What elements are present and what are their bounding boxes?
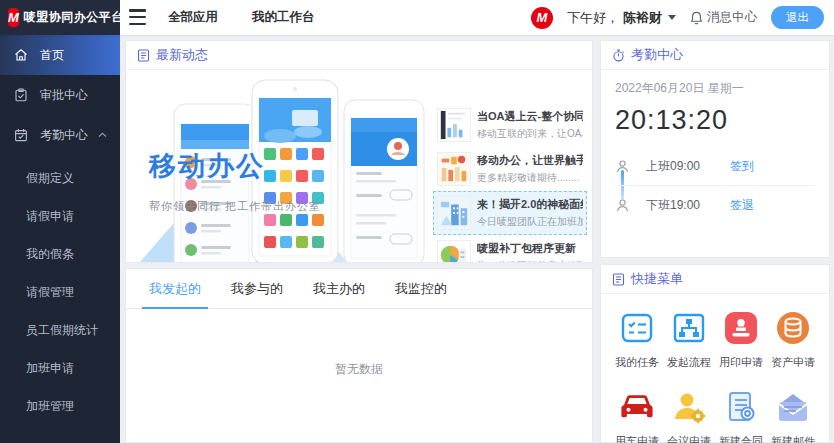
sidebar: 首页 审批中心 考勤中心 假期定义 请假申请 我的假条 请假管理 员工假期统计 …	[0, 35, 120, 443]
meeting-icon	[671, 389, 707, 425]
contract-icon	[723, 389, 759, 425]
message-center-label: 消息中心	[707, 9, 757, 26]
document-icon	[137, 49, 150, 62]
check-in-row: 上班09:00 签到	[615, 148, 815, 186]
news-item[interactable]: 移动办公，让世界触手可 更多精彩敬请期待........	[433, 147, 587, 191]
top-nav: 全部应用 我的工作台	[168, 0, 315, 35]
tab-hosted-by-me[interactable]: 我主办的	[298, 269, 380, 308]
attendance-date: 2022年06月20日 星期一	[615, 80, 815, 97]
app-logo-icon: M	[8, 8, 19, 27]
news-item[interactable]: 当OA遇上云-整个协同OA 移动互联的到来，让OA与云	[433, 103, 587, 147]
news-title: 来！揭开2.0的神秘面纱-	[477, 197, 583, 212]
sidebar-subitem-leave-request[interactable]: 请假申请	[0, 197, 120, 235]
news-desc: 移动互联的到来，让OA与云	[477, 127, 583, 141]
sidebar-item-label: 考勤中心	[40, 127, 88, 144]
calendar-icon	[14, 128, 28, 142]
sidebar-submenu: 假期定义 请假申请 我的假条 请假管理 员工假期统计 加班申请 加班管理	[0, 159, 120, 425]
quick-item-label: 会议申请	[667, 434, 711, 443]
news-list: 当OA遇上云-整个协同OA 移动互联的到来，让OA与云 移动办公，让世界触手可 …	[433, 103, 587, 262]
empty-state-text: 暂无数据	[126, 361, 592, 378]
sidebar-subitem-holiday-definition[interactable]: 假期定义	[0, 159, 120, 197]
card-title: 考勤中心	[631, 46, 683, 64]
sidebar-subitem-employee-holiday-stats[interactable]: 员工假期统计	[0, 311, 120, 349]
card-title: 最新动态	[156, 46, 208, 64]
quick-item-asset-request[interactable]: 资产申请	[767, 308, 819, 370]
news-item-highlighted[interactable]: 来！揭开2.0的神秘面纱- 今日唛盟团队正在加班加点,	[433, 191, 587, 235]
car-icon	[618, 390, 656, 424]
sidebar-item-approval[interactable]: 审批中心	[0, 75, 120, 115]
tab-initiated-by-me[interactable]: 我发起的	[134, 269, 216, 308]
nav-all-apps[interactable]: 全部应用	[168, 9, 218, 26]
news-title: 唛盟补丁包程序更新	[477, 241, 583, 256]
check-out-row: 下班19:00 签退	[615, 186, 815, 224]
user-name: 陈裕财	[623, 9, 662, 27]
quick-item-label: 新建合同	[719, 434, 763, 443]
document-icon	[612, 273, 625, 286]
greeting-text: 下午好，	[567, 9, 619, 27]
banner-title: 移动办公	[149, 148, 321, 184]
news-thumbnail	[437, 196, 471, 230]
sidebar-subitem-my-leave[interactable]: 我的假条	[0, 235, 120, 273]
sidebar-item-label: 首页	[40, 47, 64, 64]
news-desc: 更多精彩敬请期待........	[477, 171, 583, 185]
quick-item-seal-request[interactable]: 用印申请	[715, 308, 767, 370]
news-desc: 为了营造更好的客户体验，唛	[477, 259, 583, 262]
latest-news-card: 最新动态 移动办公 帮你领先同行 把工作带出办公室	[125, 40, 593, 263]
sidebar-subitem-overtime-request[interactable]: 加班申请	[0, 349, 120, 387]
check-in-label: 上班09:00	[646, 158, 716, 175]
news-title: 移动办公，让世界触手可	[477, 153, 583, 168]
quick-item-label: 资产申请	[771, 355, 815, 370]
quick-item-label: 新建邮件	[771, 434, 815, 443]
quick-item-label: 用车申请	[615, 434, 659, 443]
mobile-office-banner: 移动办公 帮你领先同行 把工作带出办公室	[126, 70, 592, 262]
news-desc: 今日唛盟团队正在加班加点,	[477, 215, 583, 229]
chevron-up-icon	[98, 132, 107, 138]
stamp-icon	[723, 310, 759, 346]
user-avatar[interactable]: M	[531, 7, 553, 29]
menu-collapse-icon[interactable]	[129, 9, 146, 25]
tab-monitored-by-me[interactable]: 我监控的	[380, 269, 462, 308]
quick-item-new-mail[interactable]: 新建邮件	[767, 387, 819, 443]
attendance-clock: 20:13:20	[615, 105, 815, 136]
home-icon	[14, 48, 28, 62]
quick-item-start-process[interactable]: 发起流程	[663, 308, 715, 370]
quick-item-vehicle-request[interactable]: 用车申请	[611, 387, 663, 443]
quick-item-label: 用印申请	[719, 355, 763, 370]
sidebar-item-home[interactable]: 首页	[0, 35, 120, 75]
stopwatch-icon	[612, 49, 625, 62]
person-icon	[615, 198, 630, 213]
quick-menu-grid: 我的任务 发起流程 用印申请 资产申请 用车申请 会议申请 新建合同 新建邮件	[601, 294, 829, 443]
chevron-down-icon	[668, 15, 676, 20]
quick-item-meeting-request[interactable]: 会议申请	[663, 387, 715, 443]
news-thumbnail	[437, 240, 471, 262]
check-out-link[interactable]: 签退	[730, 197, 754, 214]
brand-block: M 唛盟协同办公平台	[0, 0, 120, 35]
clipboard-icon	[14, 88, 28, 102]
flow-icon	[671, 310, 707, 346]
banner-subtitle: 帮你领先同行 把工作带出办公室	[149, 199, 321, 214]
check-in-link[interactable]: 签到	[730, 158, 754, 175]
process-tabs: 我发起的 我参与的 我主办的 我监控的	[126, 269, 592, 309]
logout-button[interactable]: 退出	[771, 6, 824, 29]
tab-participated-by-me[interactable]: 我参与的	[216, 269, 298, 308]
news-item[interactable]: 唛盟补丁包程序更新 为了营造更好的客户体验，唛	[433, 235, 587, 262]
card-title: 快捷菜单	[631, 270, 683, 288]
quick-item-my-tasks[interactable]: 我的任务	[611, 308, 663, 370]
my-processes-card: 我发起的 我参与的 我主办的 我监控的 暂无数据	[125, 268, 593, 443]
quick-item-label: 发起流程	[667, 355, 711, 370]
sidebar-item-label: 审批中心	[40, 87, 88, 104]
attendance-card: 考勤中心 2022年06月20日 星期一 20:13:20 上班09:00 签到…	[600, 40, 830, 258]
news-thumbnail	[437, 152, 471, 186]
user-greeting[interactable]: 下午好，陈裕财	[567, 9, 676, 27]
top-header: M 唛盟协同办公平台 全部应用 我的工作台 M 下午好，陈裕财 消息中心 退出	[0, 0, 834, 35]
sidebar-item-attendance[interactable]: 考勤中心	[0, 115, 120, 155]
news-title: 当OA遇上云-整个协同OA	[477, 109, 583, 124]
sidebar-subitem-leave-manage[interactable]: 请假管理	[0, 273, 120, 311]
person-icon	[615, 159, 630, 174]
quick-item-new-contract[interactable]: 新建合同	[715, 387, 767, 443]
nav-my-workbench[interactable]: 我的工作台	[252, 9, 315, 26]
check-out-label: 下班19:00	[646, 197, 716, 214]
quick-menu-card: 快捷菜单 我的任务 发起流程 用印申请 资产申请 用车申请 会议申请 新建合	[600, 264, 830, 443]
message-center[interactable]: 消息中心	[690, 9, 757, 26]
sidebar-subitem-overtime-manage[interactable]: 加班管理	[0, 387, 120, 425]
